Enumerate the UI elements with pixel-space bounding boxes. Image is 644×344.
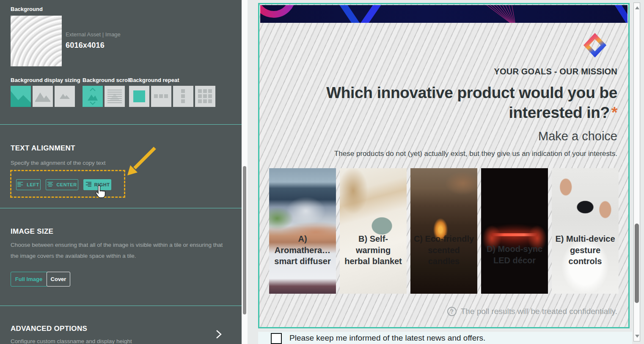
required-marker: * <box>610 104 617 121</box>
asset-dimensions: 6016x4016 <box>66 41 105 50</box>
image-size-description: Choose between ensuring that all of the … <box>11 240 231 261</box>
advanced-options-description: Configure custom classname and display h… <box>11 336 132 344</box>
survey-preview: YOUR GOALS - OUR MISSION Which innovativ… <box>258 3 630 328</box>
answer-tiles: A) Aromathera… smart diffuser B) Self-wa… <box>259 168 628 294</box>
repeat-x-option[interactable] <box>151 86 171 107</box>
led-bar-graphic <box>491 233 538 236</box>
answer-tile-c[interactable]: C) Eco-friendly scented candles <box>410 168 477 294</box>
divider <box>0 124 242 125</box>
display-sizing-label: Background display sizing <box>11 77 80 83</box>
kicker-text: YOUR GOALS - OUR MISSION <box>304 67 617 76</box>
align-right-icon <box>85 182 91 188</box>
divider <box>0 306 242 306</box>
settings-panel-scrollbar[interactable] <box>242 0 248 344</box>
brand-logo-icon <box>583 32 607 58</box>
tile-label: B) Self-warming herbal blanket <box>340 233 407 267</box>
sizing-cover-option[interactable] <box>11 86 31 107</box>
scroll-parallax-option[interactable] <box>83 86 103 107</box>
consent-row: Please keep me informed of the latest ne… <box>258 332 632 344</box>
tile-label: C) Eco-friendly scented candles <box>410 233 477 267</box>
confidentiality-text: The poll results will be treated confide… <box>461 307 617 316</box>
cover-button[interactable]: Cover <box>47 272 70 287</box>
align-center-label: CENTER <box>56 182 77 187</box>
grid-squares-icon <box>198 89 212 104</box>
scroll-down-icon[interactable] <box>635 335 639 338</box>
consent-label: Please keep me informed of the latest ne… <box>289 333 485 343</box>
align-left-button[interactable]: LEFT <box>16 179 41 190</box>
mountains-icon <box>34 91 51 102</box>
align-left-label: LEFT <box>27 182 39 187</box>
question-mark-icon: ? <box>447 307 457 316</box>
align-right-button[interactable]: RIGHT <box>83 179 111 190</box>
advanced-options-title: ADVANCED OPTIONS <box>11 325 87 333</box>
preview-scrollbar[interactable] <box>633 3 640 341</box>
image-size-toggle: Full Image Cover <box>11 272 70 287</box>
repeat-none-option[interactable] <box>129 86 149 107</box>
scroll-up-icon[interactable] <box>635 6 639 9</box>
repeat-options <box>129 86 215 107</box>
image-size-title: IMAGE SIZE <box>11 227 53 236</box>
answer-tile-a[interactable]: A) Aromathera… smart diffuser <box>269 168 336 294</box>
background-image-thumbnail[interactable] <box>11 16 62 66</box>
text-lines-icon <box>107 88 123 104</box>
full-image-button[interactable]: Full Image <box>11 272 47 287</box>
sizing-contain-option[interactable] <box>33 86 53 107</box>
sizing-actual-option[interactable] <box>55 86 75 107</box>
repeat-y-option[interactable] <box>173 86 193 107</box>
tile-label: A) Aromathera… smart diffuser <box>269 233 336 267</box>
scroll-options <box>83 86 125 107</box>
row-squares-icon <box>154 94 168 98</box>
tile-label: E) Multi-device gesture controls <box>552 233 619 267</box>
mountain-scroll-icon <box>85 87 100 106</box>
answer-tile-e[interactable]: E) Multi-device gesture controls <box>552 168 619 294</box>
background-section-label: Background <box>11 6 43 12</box>
question-helper: These products do not (yet) actually exi… <box>279 150 617 158</box>
consent-checkbox[interactable] <box>271 333 282 344</box>
scrollbar-thumb[interactable] <box>635 224 639 303</box>
banner-decoration <box>260 5 627 23</box>
mountain-full-icon <box>11 86 31 107</box>
settings-panel: Background External Asset | Image 6016x4… <box>0 0 242 344</box>
align-center-button[interactable]: CENTER <box>46 179 78 190</box>
scrollbar-thumb[interactable] <box>243 166 246 314</box>
text-alignment-description: Specify the alignment of the copy text <box>11 158 105 169</box>
scroll-fixed-option[interactable] <box>105 86 125 107</box>
answer-tile-b[interactable]: B) Self-warming herbal blanket <box>340 168 407 294</box>
align-center-icon <box>47 182 53 188</box>
column-squares-icon <box>181 89 185 104</box>
display-sizing-options <box>11 86 75 107</box>
text-alignment-title: TEXT ALIGNMENT <box>11 144 75 153</box>
tile-label: D) Mood-sync LED décor <box>481 243 548 266</box>
confidentiality-note: ? The poll results will be treated confi… <box>447 307 617 316</box>
asset-type-label: External Asset | Image <box>66 31 121 38</box>
tutorial-arrow-icon <box>122 145 159 181</box>
align-left-icon <box>17 182 24 188</box>
divider <box>0 208 242 208</box>
answer-tile-d[interactable]: D) Mood-sync LED décor <box>481 168 548 294</box>
scroll-label: Background scroll <box>83 77 131 83</box>
solid-square-icon <box>133 90 145 102</box>
align-right-label: RIGHT <box>94 182 110 187</box>
question-title: Which innovative product would you be in… <box>296 83 617 123</box>
repeat-label: Background repeat <box>129 77 179 83</box>
question-subtitle: Make a choice <box>304 129 617 143</box>
question-text: Which innovative product would you be in… <box>326 84 617 121</box>
chevron-right-icon[interactable] <box>216 330 222 341</box>
small-mountain-icon <box>59 93 70 99</box>
repeat-both-option[interactable] <box>195 86 215 107</box>
header-banner <box>260 5 627 23</box>
